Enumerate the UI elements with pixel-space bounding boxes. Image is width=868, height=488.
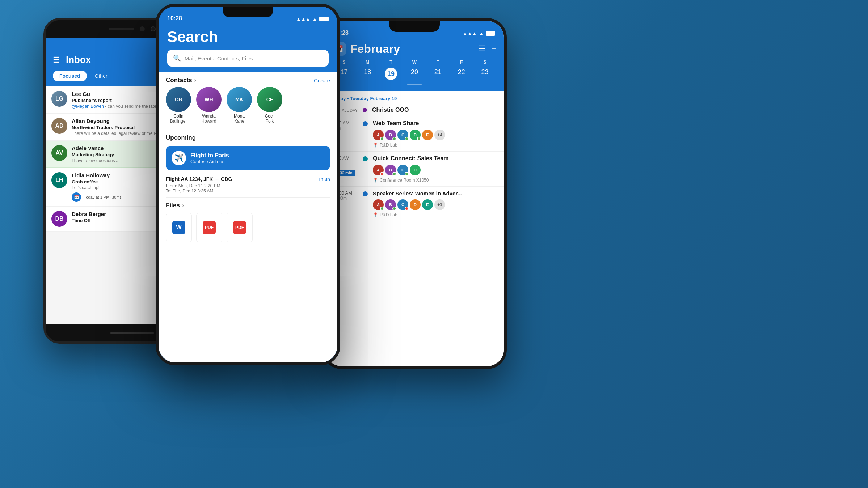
flight-card[interactable]: ✈️ Flight to Paris Contoso Airlines [166,146,330,170]
search-input-bar[interactable]: 🔍 Mail, Events, Contacts, Files [167,50,329,67]
today-label: Today • Tuesday February 19 [332,96,397,101]
mona-firstname: Mona [234,114,245,119]
event-web-team[interactable]: 8:30 AM 30m Web Team Share A B [325,116,504,152]
sp-location-pin-icon: 📍 [373,212,378,217]
right-signal-icon: ▲▲▲ [463,31,477,36]
inbox-title: Inbox [66,54,91,65]
event-quick-connect[interactable]: 9:00 AM 1h Quick Connect: Sales Team A [325,152,504,187]
calendar-reminder-icon: 📅 [72,192,81,202]
web-team-location: 📍 R&D Lab [373,143,497,148]
contact-wanda[interactable]: WH Wanda Howard [196,87,222,124]
christie-dot [363,108,367,112]
day-fri: F [450,59,473,65]
file-pdf-1[interactable]: PDF [196,213,222,242]
qc-attendee-1: A [373,165,384,175]
event-christie-ooo[interactable]: ALL DAY Christie OOO [325,104,504,116]
attendee-4: D [410,130,421,140]
colin-firstname: Colin [173,114,183,119]
sp-attendee-2: B [385,199,396,210]
avatar-mona: MK [227,87,252,112]
web-team-name: Web Team Share [373,120,497,127]
day-sat: S [473,59,497,65]
avatar-adele: AV [51,145,67,161]
cecil-firstname: Cecil [265,114,275,119]
search-placeholder: Mail, Events, Contacts, Files [185,55,253,61]
tab-other[interactable]: Other [88,71,114,81]
files-section-title: Files [166,202,180,209]
speaker-name: Speaker Series: Women in Adver... [373,190,497,196]
contact-mona[interactable]: MK Mona Kane [227,87,252,124]
day-mon: M [356,59,379,65]
quick-connect-location: 📍 Conference Room X1050 [373,178,497,183]
mona-lastname: Kane [234,119,244,124]
file-word[interactable]: W [166,213,192,242]
sender-lee-gu: Lee Gu [72,91,90,97]
cal-date-21[interactable]: 21 [426,67,450,81]
menu-icon[interactable]: ☰ [53,55,60,65]
sender-adele: Adele Vance [72,145,104,151]
qc-location-pin-icon: 📍 [373,178,378,183]
qc-attendee-3: C [397,165,408,175]
flight-name: Flight to Paris [190,152,229,159]
plus-count-web: +4 [434,130,445,140]
search-magnifier-icon: 🔍 [173,54,181,62]
avatar-lee-gu: LG [51,91,67,107]
day-wed: W [403,59,426,65]
pdf-icon-1: PDF [203,221,216,234]
flight-from: From: Mon, Dec 11 2:20 PM [166,183,330,188]
avatar-wanda: WH [196,87,222,112]
event-speaker-series[interactable]: 11:00 AM 1h 30m Speaker Series: Women in… [325,187,504,221]
sender-allan: Allan Deyoung [72,118,110,124]
cal-date-22[interactable]: 22 [450,67,473,81]
attendee-3: C [397,130,408,140]
avatar-cecil: CF [257,87,282,112]
quick-connect-name: Quick Connect: Sales Team [373,155,449,162]
tab-focused[interactable]: Focused [53,71,87,81]
add-event-icon[interactable]: + [492,44,497,54]
sp-attendee-4: D [410,199,421,210]
contact-cecil[interactable]: CF Cecil Folk [257,87,282,124]
middle-signal-icon: ▲▲▲ [296,16,311,22]
web-team-dot [363,121,368,126]
flight-icon: ✈️ [172,151,186,165]
avatar-allan: AD [51,118,67,134]
cal-date-23[interactable]: 23 [473,67,497,81]
create-button[interactable]: Create [314,77,330,84]
sp-attendee-1: A [373,199,384,210]
sender-lidia: Lidia Holloway [72,172,110,178]
wanda-firstname: Wanda [202,114,216,119]
cecil-lastname: Folk [266,119,274,124]
cal-date-18[interactable]: 18 [356,67,379,81]
sender-debra: Debra Berger [72,211,106,217]
attendee-5: E [422,130,433,140]
cal-date-20[interactable]: 20 [403,67,426,81]
middle-wifi-icon: ▲ [312,16,317,22]
event-christie-name: Christie OOO [372,107,409,113]
files-chevron-icon: › [182,202,184,209]
file-pdf-2[interactable]: PDF [227,213,253,242]
flight-airline: Contoso Airlines [190,159,229,164]
sp-attendee-5: E [422,199,433,210]
attendee-2: B [385,130,396,140]
pdf-icon-2: PDF [233,221,246,234]
wanda-lastname: Howard [201,119,216,124]
avatar-lidia: LH [51,172,67,188]
right-wifi-icon: ▲ [479,31,484,36]
avatar-colin: CB [166,87,191,112]
month-title: February [350,42,400,56]
contacts-section-title: Contacts [166,77,192,84]
plus-count-speaker: +1 [434,199,445,210]
flight-duration: In 3h [319,177,330,182]
day-thu: T [426,59,450,65]
search-screen-title: Search [167,28,329,46]
avatar-debra: DB [51,211,67,227]
all-day-label: ALL DAY [342,108,358,113]
middle-battery-icon [319,17,329,21]
right-battery-icon [486,31,495,36]
speaker-location: 📍 R&D Lab [373,212,497,217]
sp-attendee-3: C [397,199,408,210]
contacts-chevron-icon: › [194,77,196,84]
list-view-icon[interactable]: ☰ [479,44,486,54]
contact-colin[interactable]: CB Colin Ballinger [166,87,191,124]
cal-date-19-today[interactable]: 19 [379,67,403,81]
